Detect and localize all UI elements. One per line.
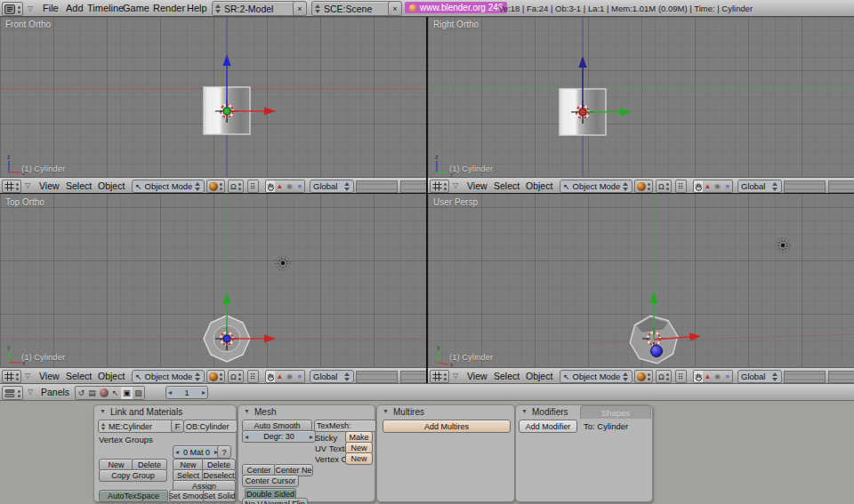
layer-cell[interactable]	[793, 373, 801, 375]
layer-cell[interactable]	[365, 379, 373, 380]
manipulator-combo-button[interactable]: ■	[294, 370, 305, 383]
layer-cell[interactable]	[401, 373, 409, 375]
layer-cell[interactable]	[829, 188, 837, 190]
menu-select[interactable]: Select	[64, 179, 93, 192]
layer-cell[interactable]	[829, 379, 837, 380]
collapse-menus-icon[interactable]: ▽	[25, 369, 30, 382]
step-right-icon[interactable]: ▸	[310, 433, 313, 441]
collapse-menus-icon[interactable]: ▽	[28, 385, 33, 398]
editor-type-button[interactable]	[2, 370, 21, 383]
menu-file[interactable]: File	[41, 0, 60, 16]
mesh-datablock-field[interactable]: ME:Cylinder	[98, 420, 175, 433]
layer-cell[interactable]	[793, 379, 801, 380]
manipulator-combo-button[interactable]: ■	[722, 370, 733, 383]
layer-cell[interactable]	[401, 183, 409, 185]
layer-cell[interactable]	[845, 379, 853, 380]
layer-cell[interactable]	[817, 188, 825, 190]
layer-cell[interactable]	[373, 373, 381, 375]
snap-button[interactable]: ⠿	[675, 180, 687, 193]
pivot-dropdown[interactable]: Ω	[228, 180, 244, 193]
manipulator-combo-button[interactable]: ■	[722, 180, 733, 193]
layer-cell[interactable]	[785, 183, 793, 185]
menu-view[interactable]: View	[465, 369, 489, 382]
panel-collapse-icon[interactable]: ▼	[521, 408, 528, 414]
editor-type-button[interactable]	[430, 370, 449, 383]
no-vnormal-flip-toggle[interactable]: No V.Normal Flip	[242, 498, 308, 504]
layer-cell[interactable]	[401, 188, 409, 190]
center-cursor-button[interactable]: Center Cursor	[242, 475, 299, 487]
viewport-right-canvas[interactable]: zy Right Ortho (1) Cylinder	[428, 16, 854, 178]
layer-cell[interactable]	[801, 379, 809, 380]
orientation-dropdown[interactable]: Global	[310, 370, 354, 383]
layer-cell[interactable]	[785, 188, 793, 190]
add-multires-button[interactable]: Add Multires	[383, 420, 511, 433]
window-type-button[interactable]	[2, 2, 23, 16]
screen-delete-button[interactable]: ×	[293, 1, 307, 16]
layer-cell[interactable]	[365, 188, 373, 190]
layer-cell[interactable]	[817, 373, 825, 375]
editor-type-button[interactable]	[2, 180, 21, 193]
step-left-icon[interactable]: ◂	[175, 448, 179, 456]
mode-dropdown[interactable]: ↖ Object Mode	[132, 180, 205, 193]
step-left-icon[interactable]: ◂	[168, 388, 172, 396]
layer-grid-1[interactable]	[356, 180, 398, 193]
layer-cell[interactable]	[817, 183, 825, 185]
layer-cell[interactable]	[845, 183, 853, 185]
menu-view[interactable]: View	[37, 179, 61, 192]
layer-cell[interactable]	[389, 373, 397, 375]
shading-dropdown[interactable]	[634, 180, 653, 193]
context-shading-button[interactable]	[98, 386, 110, 400]
layer-cell[interactable]	[389, 188, 397, 190]
layer-cell[interactable]	[817, 379, 825, 380]
orientation-dropdown[interactable]: Global	[737, 180, 782, 193]
layer-cell[interactable]	[409, 379, 417, 380]
layer-cell[interactable]	[425, 373, 426, 375]
viewport-persp[interactable]: yx User Persp (1) Cylinder ▽ View Select…	[428, 194, 854, 383]
shading-dropdown[interactable]	[206, 180, 225, 193]
layer-grid-2[interactable]	[400, 180, 426, 193]
layer-cell[interactable]	[425, 183, 426, 185]
texmesh-field[interactable]: TexMesh:	[314, 420, 376, 432]
layer-cell[interactable]	[417, 379, 425, 380]
object-name-field[interactable]: OB:Cylinder	[183, 420, 238, 433]
set-solid-button[interactable]: Set Solid	[203, 490, 236, 502]
layer-cell[interactable]	[425, 188, 426, 190]
context-scene-button[interactable]: ▨	[133, 386, 145, 400]
menu-object[interactable]: Object	[524, 179, 554, 192]
layer-cell[interactable]	[801, 373, 809, 375]
panel-collapse-icon[interactable]: ▼	[244, 408, 250, 414]
context-script-button[interactable]: ▤	[86, 386, 99, 400]
autotexspace-toggle[interactable]: AutoTexSpace	[99, 490, 168, 502]
layer-cell[interactable]	[389, 379, 397, 380]
pivot-dropdown[interactable]: Ω	[656, 370, 672, 383]
menu-view[interactable]: View	[37, 369, 61, 382]
manipulator-combo-button[interactable]: ■	[294, 180, 305, 193]
orientation-dropdown[interactable]: Global	[737, 370, 782, 383]
collapse-menus-icon[interactable]: ▽	[453, 369, 458, 382]
layer-cell[interactable]	[837, 379, 845, 380]
layer-cell[interactable]	[381, 188, 389, 190]
copy-group-button[interactable]: Copy Group	[99, 469, 167, 482]
layer-grid-1[interactable]	[784, 180, 826, 193]
pivot-dropdown[interactable]: Ω	[656, 180, 672, 193]
scene-delete-button[interactable]: ×	[388, 1, 402, 16]
layer-cell[interactable]	[365, 183, 373, 185]
snap-button[interactable]: ⠿	[675, 370, 687, 383]
layer-cell[interactable]	[809, 373, 817, 375]
viewport-right[interactable]: zy Right Ortho (1) Cylinder ▽ View Selec…	[428, 16, 854, 193]
layer-grid-2[interactable]	[828, 180, 854, 193]
screen-selector[interactable]: SR:2-Model	[212, 1, 297, 16]
mode-dropdown[interactable]: ↖ Object Mode	[132, 370, 205, 383]
mode-dropdown[interactable]: ↖ Object Mode	[560, 370, 632, 383]
layer-cell[interactable]	[417, 188, 425, 190]
tab-shapes[interactable]: Shapes	[580, 405, 651, 419]
mode-dropdown[interactable]: ↖ Object Mode	[560, 180, 632, 193]
layer-cell[interactable]	[793, 183, 801, 185]
layer-grid-2[interactable]	[828, 371, 854, 383]
pivot-dropdown[interactable]: Ω	[228, 370, 244, 383]
menu-object[interactable]: Object	[96, 179, 126, 192]
layer-grid-1[interactable]	[784, 371, 826, 383]
snap-button[interactable]: ⠿	[247, 180, 259, 193]
layer-cell[interactable]	[845, 373, 853, 375]
scene-selector[interactable]: SCE:Scene	[311, 1, 391, 16]
